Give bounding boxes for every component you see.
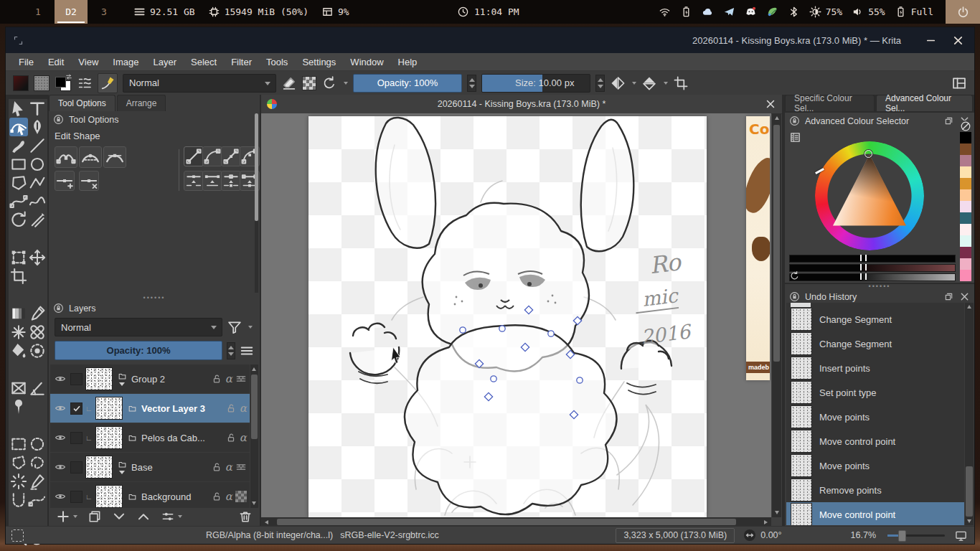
color-bar[interactable] [789, 264, 956, 272]
delete-layer-button[interactable] [238, 509, 253, 524]
canvas-size-label[interactable]: 3,323 x 5,000 (173.0 MiB) [616, 528, 735, 543]
polyline-tool[interactable] [28, 174, 47, 192]
fullscreen-icon[interactable] [955, 529, 967, 542]
layer-lock-icon[interactable] [211, 491, 222, 502]
rotation-value[interactable]: 0.00° [760, 530, 781, 540]
layer-name[interactable]: Base [131, 462, 208, 473]
lock-docker-icon[interactable] [789, 116, 800, 126]
color-bar[interactable] [789, 255, 956, 263]
size-slider[interactable]: Size: 10.00 px [481, 74, 590, 93]
undo-history-item[interactable]: Change Segment [786, 331, 964, 356]
menu-item[interactable]: Image [105, 53, 146, 70]
chevron-down-icon[interactable] [178, 515, 182, 518]
vertical-scrollbar[interactable] [772, 113, 781, 517]
freehand-path-tool[interactable] [28, 192, 47, 211]
ellipse-select-tool[interactable] [28, 435, 47, 453]
canvas-titlebar[interactable]: 20260114 - Kissing Boys.kra (173.0 MiB) … [261, 95, 782, 114]
undo-history-item[interactable]: Remove points [786, 478, 964, 502]
color-swatch[interactable] [960, 166, 971, 178]
assistants-tool[interactable] [9, 379, 28, 397]
layer-name[interactable]: Pelos da Cab... [141, 433, 222, 443]
layer-name[interactable]: Vector Layer 3 [141, 403, 222, 414]
opacity-slider[interactable]: Opacity: 100% [353, 74, 462, 93]
symmetric-point-button[interactable] [103, 146, 126, 168]
rectangle-tool[interactable] [9, 155, 28, 174]
docker-tab[interactable]: Specific Colour Sel... [785, 95, 875, 111]
zoom-value[interactable]: 16.7% [851, 530, 876, 540]
paint-app-icon[interactable] [766, 6, 778, 18]
measure-tool[interactable] [28, 379, 47, 397]
lock-docker-icon[interactable] [789, 291, 800, 302]
undo-history-item[interactable]: Set point type [786, 380, 964, 405]
layer-alpha-icon[interactable]: α [225, 461, 232, 474]
reference-image-strip[interactable]: Co madeb [746, 116, 770, 380]
layer-row[interactable]: ∟ Group 2 α [50, 364, 250, 394]
move-layer-up-button[interactable] [136, 509, 151, 524]
mirror-horizontal-icon[interactable] [610, 75, 626, 91]
color-bar[interactable] [789, 273, 956, 281]
visibility-eye-icon[interactable] [53, 402, 67, 414]
chevron-down-icon[interactable] [344, 82, 348, 85]
insert-point-button[interactable] [55, 171, 75, 191]
text-tool[interactable] [28, 99, 47, 118]
color-swatch[interactable] [960, 132, 971, 143]
crop-tool[interactable] [9, 267, 28, 286]
canvas-sheet[interactable]: Ro mic 2016 [308, 116, 707, 517]
undo-history-item[interactable]: Move points [786, 405, 964, 429]
battery-charge-icon[interactable] [680, 6, 692, 18]
duplicate-layer-button[interactable] [88, 509, 102, 524]
layer-row[interactable]: ∟ Background α [50, 482, 250, 508]
lock-docker-icon[interactable] [53, 303, 64, 314]
chevron-down-icon[interactable] [632, 82, 636, 85]
layer-alpha-icon[interactable]: α [225, 490, 232, 503]
no-color-swatch[interactable] [960, 121, 971, 132]
close-docker-icon[interactable] [959, 291, 970, 302]
menu-item[interactable]: Help [391, 53, 425, 70]
multibrush-tool[interactable] [28, 211, 47, 230]
layer-name[interactable]: Group 2 [131, 374, 208, 385]
freehand-brush-tool[interactable] [9, 136, 28, 155]
layer-lock-icon[interactable] [225, 402, 237, 414]
ellipse-tool[interactable] [28, 155, 47, 174]
color-swatch[interactable] [960, 201, 971, 212]
visibility-eye-icon[interactable] [53, 432, 67, 443]
freehand-select-tool[interactable] [28, 453, 47, 472]
color-swatch[interactable] [960, 212, 971, 224]
move-tool[interactable] [28, 248, 47, 267]
join-points-button[interactable] [221, 171, 241, 191]
power-button[interactable] [946, 0, 980, 24]
layer-checkbox[interactable] [70, 402, 83, 415]
undo-scrollbar[interactable] [965, 303, 974, 525]
undo-history-item[interactable]: Move points [786, 453, 964, 478]
segment-curve-button[interactable] [202, 146, 222, 166]
layer-alpha-icon[interactable]: α [240, 402, 247, 415]
corner-point-button[interactable] [55, 146, 77, 168]
float-docker-icon[interactable] [943, 116, 954, 126]
break-point-button[interactable] [184, 171, 204, 191]
close-canvas-icon[interactable] [765, 98, 776, 110]
workspace-button[interactable]: 3 [88, 0, 121, 24]
layer-opacity-slider[interactable]: Opacity: 100% [55, 341, 222, 360]
reload-preset-icon[interactable] [321, 75, 337, 91]
layer-opacity-stepper[interactable] [227, 342, 235, 359]
brush-settings-icon[interactable] [77, 75, 93, 91]
break-segment-button[interactable] [202, 171, 222, 191]
color-sampler-tool[interactable] [28, 304, 47, 323]
fg-bg-colors[interactable] [55, 75, 72, 92]
zoom-slider[interactable] [887, 534, 945, 537]
menu-item[interactable]: View [71, 53, 105, 70]
telegram-icon[interactable] [723, 6, 735, 18]
chevron-down-icon[interactable] [664, 82, 668, 85]
undo-history-item[interactable]: Change Segment [786, 307, 964, 331]
segment-line-button[interactable] [184, 146, 204, 166]
swap-colors-icon[interactable] [65, 73, 72, 80]
brush-preset-button[interactable] [98, 73, 118, 93]
layer-row[interactable]: ∟ Base α [50, 453, 250, 482]
add-layer-button[interactable] [56, 509, 70, 524]
layer-checkbox[interactable] [70, 491, 83, 503]
smooth-point-button[interactable] [79, 146, 102, 168]
undo-history-item[interactable]: Insert points [786, 356, 964, 380]
eraser-mode-icon[interactable] [281, 75, 297, 91]
menu-item[interactable]: File [11, 53, 41, 70]
undo-history-item[interactable]: Move control point [786, 502, 964, 525]
